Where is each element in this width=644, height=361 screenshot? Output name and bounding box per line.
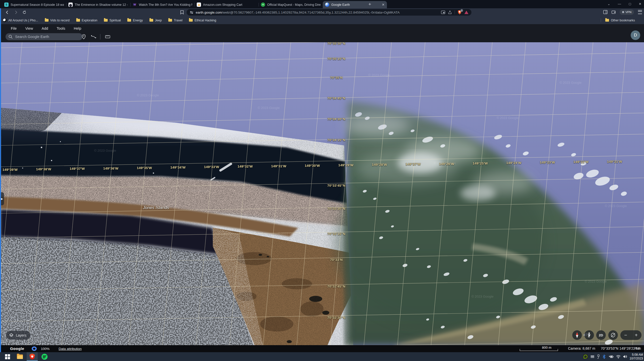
browser-tab[interactable]: Google Earth✕ [323,1,387,8]
volume-tray-icon[interactable] [623,355,627,358]
folder-icon [76,19,80,22]
menu-add[interactable]: Add [37,26,53,30]
folder-icon [189,19,193,22]
site-settings-icon[interactable] [190,11,193,14]
2d-toggle-button[interactable]: 2D [596,330,606,340]
s-teal-favicon-icon: S [4,3,9,7]
reading-list-icon[interactable] [179,10,185,15]
search-input[interactable]: Search Google Earth [6,33,83,40]
bookmark-item[interactable]: Energy [127,19,143,22]
shadow-favicon-icon [68,3,73,7]
vpn-status-dot [622,11,624,13]
share-icon[interactable] [448,11,452,14]
bookmark-item[interactable]: Travel [168,19,182,22]
folder-icon [149,19,153,22]
compass-control[interactable] [572,330,582,340]
bookmark-item[interactable]: Vids to record [45,19,70,22]
picture-in-picture-icon[interactable] [441,11,445,14]
maximize-icon[interactable]: ▢ [629,2,631,6]
windows-taskbar: 5:08 AM 10/7/2023 [0,352,644,361]
desktop: { "colors": { "accent_stripe": "#2d7be0"… [0,0,644,361]
bookmark-item[interactable]: Spiritual [104,19,121,22]
avatar[interactable]: D [631,30,640,40]
new-tab-button[interactable]: + [367,1,373,7]
usb-tray-icon[interactable] [597,354,600,359]
folder-icon [605,19,609,22]
clock-date: 10/7/2023 [630,357,643,360]
map-scale: 800 m [520,346,558,352]
cursor-elevation: -4 m [634,346,641,350]
brave-rewards-icon[interactable] [464,11,468,14]
draw-path-icon[interactable] [90,33,97,40]
start-button[interactable] [2,352,13,361]
measure-icon[interactable] [104,33,111,40]
bookmark-item[interactable]: Jeep [149,19,162,22]
zoom-percent: 100% [41,347,50,351]
reload-icon[interactable] [22,10,27,15]
wifi-tray-icon[interactable] [616,355,621,358]
forward-icon[interactable] [13,10,19,15]
tab-title: Supernatural Season 8 Episode 18 wat [11,3,64,7]
spotify-icon[interactable] [39,352,50,361]
layers-button[interactable]: Layers [6,331,30,340]
other-bookmarks[interactable]: Other bookmarks [601,18,635,22]
battery-tray-icon[interactable] [608,355,614,358]
sidebar-icon[interactable] [603,10,608,14]
google-logo: Google [10,346,24,351]
bookmarks-bar: All Around Us | Pho...Vids to recordExpl… [0,16,644,24]
menu-icon[interactable] [638,10,642,14]
brave-shield-icon[interactable]: 1 [458,10,462,15]
menu-file[interactable]: File [7,26,21,30]
close-icon[interactable]: ✕ [639,2,641,6]
street-view-pegman[interactable] [584,330,594,340]
tab-title: Amazon.com Shopping Cart [203,3,256,7]
wallet-icon[interactable] [612,10,616,14]
back-icon[interactable] [5,10,10,15]
tab-title: Official MapQuest - Maps, Driving Dire [267,3,320,7]
browser-tab[interactable]: SSupernatural Season 8 Episode 18 wat [2,1,66,8]
zoom-out-button[interactable]: − [624,332,627,338]
taskbar-clock[interactable]: 5:08 AM 10/7/2023 [630,353,643,360]
nvidia-tray-icon[interactable] [583,354,588,359]
tilt-control[interactable] [608,330,618,340]
earth-favicon-icon [325,3,329,7]
file-explorer-icon[interactable] [14,352,25,361]
data-attribution-link[interactable]: Data attribution [59,347,82,351]
bookmark-item[interactable]: Ethical Hacking [189,19,216,22]
earth-status-bar: Google 100% Data attribution 800 m Camer… [0,345,644,352]
folder-icon [104,19,108,22]
browser-toolbar: earth.google.com/web/@70.56279607,-149.4… [0,8,644,16]
close-tab-icon[interactable]: ✕ [382,3,385,7]
clock-time: 5:08 AM [630,353,643,357]
browser-tab-bar: SSupernatural Season 8 Episode 18 watThe… [0,0,644,8]
shield-badge: 1 [460,9,463,12]
brave-browser-icon[interactable] [27,352,38,361]
menu-help[interactable]: Help [69,26,86,30]
earth-map-canvas[interactable] [0,42,644,345]
browser-tab[interactable]: ●Official MapQuest - Maps, Driving Dire [259,1,323,8]
browser-tab[interactable]: aAmazon.com Shopping Cart [194,1,259,8]
menu-tools[interactable]: Tools [52,26,69,30]
folder-icon [127,19,131,22]
bookmark-item[interactable]: Exploration [76,19,98,22]
placemark-icon[interactable] [80,33,87,40]
window-accent-stripe [0,8,1,352]
zoom-in-button[interactable]: + [635,332,638,338]
vpn-button[interactable]: VPN [620,9,634,15]
browser-tab[interactable]: The Eminence in Shadow volume 12 - [66,1,130,8]
browser-tab[interactable]: WWatch The 8th Son? Are You Kidding M [130,1,194,8]
drive-tray-icon[interactable] [590,355,594,358]
bluetooth-tray-icon[interactable] [602,354,606,359]
layers-icon [9,333,14,338]
folder-icon [168,19,172,22]
tab-search-icon[interactable]: ⌄ [608,2,610,6]
minimize-icon[interactable]: — [618,2,621,6]
site-favicon-icon [3,19,7,22]
toolbar-divider [100,34,100,39]
bookmark-item[interactable]: All Around Us | Pho... [3,19,38,22]
amazon-favicon-icon: a [197,3,201,7]
url-text[interactable]: earth.google.com/web/@70.56279607,-149.4… [196,11,400,14]
orbit-icon [32,346,37,351]
address-bar[interactable]: earth.google.com/web/@70.56279607,-149.4… [187,9,471,16]
menu-view[interactable]: View [21,26,37,30]
